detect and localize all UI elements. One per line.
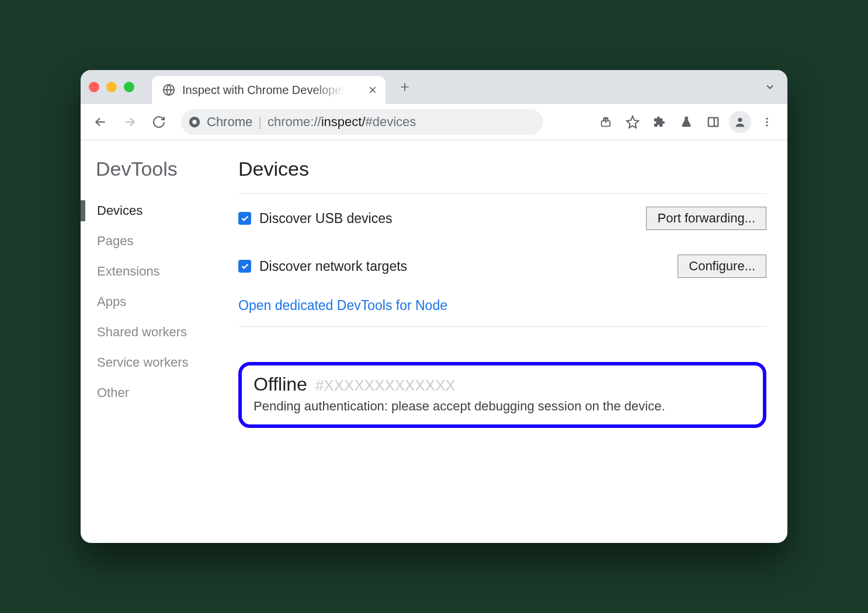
sidebar-item-other[interactable]: Other: [96, 378, 232, 408]
share-icon[interactable]: [593, 110, 618, 134]
sidebar-item-service-workers[interactable]: Service workers: [96, 347, 232, 378]
svg-point-7: [766, 121, 768, 123]
node-devtools-link[interactable]: Open dedicated DevTools for Node: [238, 298, 447, 314]
svg-point-6: [766, 117, 768, 119]
labs-icon[interactable]: [674, 110, 699, 134]
discover-usb-checkbox[interactable]: [238, 212, 251, 225]
discover-usb-label: Discover USB devices: [259, 211, 393, 227]
tab-list-chevron-icon[interactable]: [764, 81, 776, 93]
page-heading: Devices: [238, 158, 766, 180]
svg-point-8: [766, 124, 768, 126]
sidebar-nav: Devices Pages Extensions Apps Shared wor…: [96, 196, 232, 408]
close-window-button[interactable]: [89, 82, 99, 92]
sidebar-title: DevTools: [96, 158, 232, 180]
discover-network-label: Discover network targets: [259, 259, 407, 274]
browser-tab[interactable]: Inspect with Chrome Developer: [152, 76, 386, 104]
reload-button[interactable]: [147, 110, 171, 134]
sidebar-item-devices[interactable]: Devices: [96, 196, 232, 226]
sidebar-item-pages[interactable]: Pages: [96, 226, 232, 256]
svg-point-2: [192, 120, 196, 124]
toolbar: Chrome | chrome://inspect/#devices: [81, 104, 787, 140]
device-status: Offline: [254, 374, 307, 395]
star-icon[interactable]: [620, 110, 645, 134]
chrome-icon: [188, 116, 201, 128]
forward-button[interactable]: [118, 110, 141, 134]
sidebar: DevTools Devices Pages Extensions Apps S…: [81, 158, 232, 525]
menu-icon[interactable]: [755, 110, 779, 134]
back-button[interactable]: [89, 110, 112, 134]
sidebar-item-apps[interactable]: Apps: [96, 287, 232, 317]
svg-point-5: [738, 117, 742, 121]
globe-icon: [162, 83, 175, 96]
omnibox-scheme: Chrome: [207, 114, 252, 130]
page-content: DevTools Devices Pages Extensions Apps S…: [81, 140, 787, 543]
tab-title: Inspect with Chrome Developer: [182, 83, 345, 97]
maximize-window-button[interactable]: [124, 82, 134, 92]
browser-window: Inspect with Chrome Developer Chrome |: [81, 70, 787, 543]
omnibox-url-hash: #devices: [366, 114, 416, 129]
device-status-box: Offline #XXXXXXXXXXXXX Pending authentic…: [238, 362, 766, 428]
svg-rect-4: [709, 117, 718, 126]
discover-network-checkbox[interactable]: [238, 260, 251, 273]
discover-section: Discover USB devices Port forwarding... …: [238, 193, 766, 326]
new-tab-button[interactable]: [396, 78, 414, 96]
omnibox-url-path: inspect/: [321, 114, 366, 129]
omnibox-url-prefix: chrome://: [268, 114, 321, 129]
extensions-icon[interactable]: [647, 110, 672, 134]
sidebar-item-extensions[interactable]: Extensions: [96, 256, 232, 287]
minimize-window-button[interactable]: [106, 82, 117, 92]
close-tab-icon[interactable]: [368, 85, 377, 95]
sidebar-item-shared-workers[interactable]: Shared workers: [96, 317, 232, 347]
omnibox-separator: |: [258, 114, 262, 130]
main-panel: Devices Discover USB devices Port forwar…: [232, 158, 766, 525]
configure-button[interactable]: Configure...: [678, 255, 766, 278]
traffic-lights: [89, 82, 134, 92]
port-forwarding-button[interactable]: Port forwarding...: [646, 207, 766, 230]
tab-bar: Inspect with Chrome Developer: [81, 70, 787, 104]
side-panel-icon[interactable]: [701, 110, 725, 134]
device-message: Pending authentication: please accept de…: [254, 399, 751, 414]
device-serial: #XXXXXXXXXXXXX: [315, 377, 456, 395]
profile-button[interactable]: [728, 110, 752, 134]
address-bar[interactable]: Chrome | chrome://inspect/#devices: [181, 109, 543, 135]
